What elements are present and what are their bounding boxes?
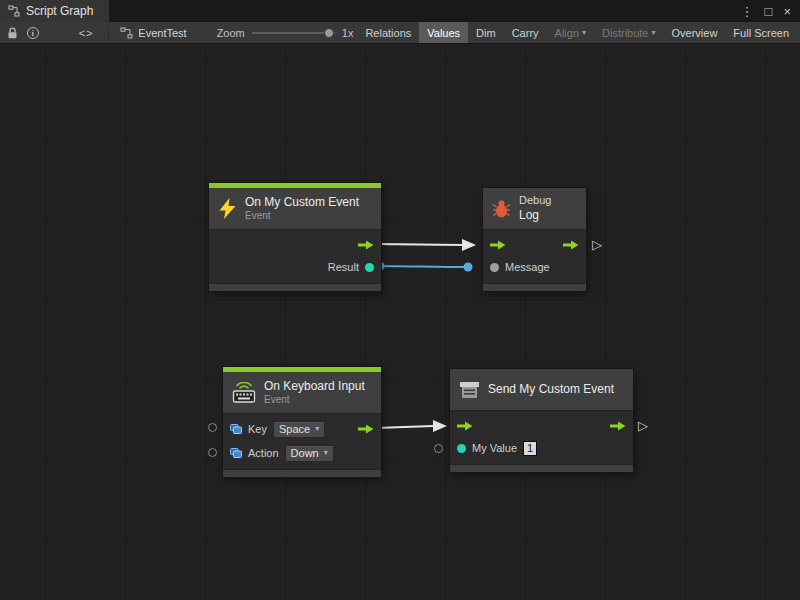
fullscreen-label: Full Screen xyxy=(733,27,789,39)
node-on-my-custom-event[interactable]: On My Custom Event Event Result xyxy=(209,183,381,291)
my-value-unconnected-port[interactable] xyxy=(434,444,443,453)
node-header[interactable]: On My Custom Event Event xyxy=(209,188,381,229)
port-row: Result xyxy=(209,256,381,278)
chevron-down-icon: ▾ xyxy=(324,448,328,457)
chevron-down-icon: ▾ xyxy=(652,28,656,37)
dim-button[interactable]: Dim xyxy=(468,22,504,43)
graph-canvas[interactable]: On My Custom Event Event Result xyxy=(0,44,800,600)
node-body: Key Space ▾ Action Down ▾ xyxy=(223,413,381,469)
relations-label: Relations xyxy=(365,27,411,39)
flow-input-port[interactable] xyxy=(457,421,473,431)
toolbar-buttons: Relations Values Dim Carry Align ▾ Distr… xyxy=(357,22,797,43)
port-row: Action Down ▾ xyxy=(223,442,381,464)
key-port-label: Key xyxy=(248,423,267,435)
message-port-label: Message xyxy=(505,261,550,273)
port-row: Key Space ▾ xyxy=(223,418,381,440)
flow-continue-icon[interactable]: ▷ xyxy=(592,238,602,251)
keycode-type-icon xyxy=(230,424,242,434)
my-value-port-label: My Value xyxy=(472,442,517,454)
toolbar-divider xyxy=(108,26,109,40)
titlebar: Script Graph ⋮ □ × xyxy=(0,0,800,22)
flow-output-port[interactable] xyxy=(358,424,374,434)
node-subtitle: Event xyxy=(245,210,359,223)
node-header[interactable]: Send My Custom Event xyxy=(450,369,633,410)
overview-button[interactable]: Overview xyxy=(664,22,726,43)
code-view-button[interactable]: <> xyxy=(71,22,102,43)
lock-button[interactable] xyxy=(3,22,23,43)
flow-continue-icon[interactable]: ▷ xyxy=(638,419,648,432)
action-unconnected-port[interactable] xyxy=(208,448,217,457)
zoom-value: 1x xyxy=(342,27,354,39)
node-body: Message xyxy=(483,229,586,283)
close-icon[interactable]: × xyxy=(783,5,791,18)
tab-script-graph[interactable]: Script Graph xyxy=(0,0,109,22)
window-menu-icon[interactable]: ⋮ xyxy=(741,5,754,18)
graph-asset-icon xyxy=(120,27,133,39)
action-port-label: Action xyxy=(248,447,279,459)
flow-wire-arrowhead xyxy=(462,239,476,251)
connection-wires xyxy=(0,44,800,600)
align-button[interactable]: Align ▾ xyxy=(547,22,594,43)
value-wire-result-to-message[interactable] xyxy=(372,266,468,267)
node-send-my-custom-event[interactable]: Send My Custom Event My Value xyxy=(450,369,633,472)
relations-button[interactable]: Relations xyxy=(357,22,419,43)
fullscreen-button[interactable]: Full Screen xyxy=(725,22,797,43)
node-body: My Value xyxy=(450,410,633,464)
align-label: Align xyxy=(555,27,579,39)
key-unconnected-port[interactable] xyxy=(208,423,217,432)
message-input-port[interactable] xyxy=(490,263,499,272)
port-row: Message xyxy=(483,256,586,278)
node-title: Log xyxy=(519,208,551,223)
distribute-label: Distribute xyxy=(602,27,648,39)
node-header[interactable]: Debug Log xyxy=(483,188,586,229)
overview-label: Overview xyxy=(672,27,718,39)
flow-wire-keyboard-to-send[interactable] xyxy=(376,426,433,428)
flow-output-port[interactable] xyxy=(610,421,626,431)
dim-label: Dim xyxy=(476,27,496,39)
node-title: Send My Custom Event xyxy=(488,382,614,397)
code-icon: <> xyxy=(79,27,94,39)
node-header[interactable]: On Keyboard Input Event xyxy=(223,372,381,413)
key-dropdown[interactable]: Space ▾ xyxy=(273,421,325,438)
flow-wire-arrowhead xyxy=(433,420,447,432)
flow-wire-custom-event-to-log[interactable] xyxy=(374,244,462,245)
port-row xyxy=(450,415,633,437)
zoom-slider[interactable] xyxy=(252,32,335,34)
distribute-button[interactable]: Distribute ▾ xyxy=(594,22,663,43)
flow-input-port[interactable] xyxy=(490,240,506,250)
action-dropdown-value: Down xyxy=(291,447,319,459)
maximize-icon[interactable]: □ xyxy=(765,5,773,18)
node-category: Debug xyxy=(519,194,551,208)
my-value-input[interactable] xyxy=(523,441,537,456)
chevron-down-icon: ▾ xyxy=(582,28,586,37)
info-icon: i xyxy=(27,27,39,39)
action-dropdown[interactable]: Down ▾ xyxy=(285,445,334,462)
bug-icon xyxy=(492,199,511,218)
window-controls: ⋮ □ × xyxy=(732,0,800,22)
node-title: On My Custom Event xyxy=(245,195,359,210)
lightning-bolt-icon xyxy=(218,198,237,219)
carry-label: Carry xyxy=(512,27,539,39)
inspect-button[interactable]: i xyxy=(23,22,43,43)
values-label: Values xyxy=(427,27,460,39)
result-output-port[interactable] xyxy=(365,263,374,272)
port-row xyxy=(209,234,381,256)
node-footer xyxy=(483,283,586,291)
flow-output-port[interactable] xyxy=(563,240,579,250)
zoom-slider-thumb[interactable] xyxy=(324,28,334,38)
carry-button[interactable]: Carry xyxy=(504,22,547,43)
flow-output-port[interactable] xyxy=(358,240,374,250)
graph-asset-button[interactable]: EventTest xyxy=(116,27,190,39)
graph-name-label: EventTest xyxy=(138,27,186,39)
port-row: My Value xyxy=(450,437,633,459)
chevron-down-icon: ▾ xyxy=(315,424,319,433)
my-value-input-port[interactable] xyxy=(457,444,466,453)
keyboard-icon xyxy=(232,382,256,403)
node-subtitle: Event xyxy=(264,394,365,407)
script-graph-icon xyxy=(8,5,20,17)
graph-toolbar: i <> EventTest Zoom 1x Relations Values … xyxy=(0,22,800,44)
node-on-keyboard-input[interactable]: On Keyboard Input Event Key Space ▾ xyxy=(223,367,381,477)
values-button[interactable]: Values xyxy=(419,22,468,43)
node-title: On Keyboard Input xyxy=(264,379,365,394)
node-debug-log[interactable]: Debug Log Message xyxy=(483,188,586,291)
